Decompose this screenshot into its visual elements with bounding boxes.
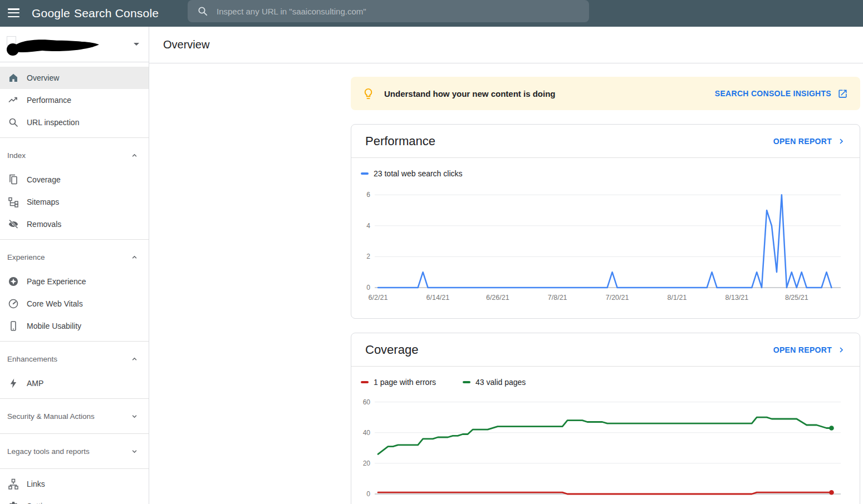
logo-google: Google (32, 7, 70, 19)
divider (0, 468, 149, 469)
redacted-property-name (3, 32, 109, 59)
svg-text:7/20/21: 7/20/21 (606, 294, 629, 302)
menu-icon[interactable] (8, 8, 19, 18)
chevron-right-icon (837, 345, 846, 354)
chevron-down-icon (130, 412, 139, 421)
property-selector[interactable] (0, 27, 149, 62)
sidebar-item-label: Sitemaps (27, 197, 59, 206)
search-icon (8, 117, 19, 128)
legend-label-clicks: 23 total web search clicks (374, 169, 463, 178)
links-icon (8, 478, 19, 490)
legend-marker-clicks (361, 172, 369, 175)
performance-card-header: Performance OPEN REPORT (351, 125, 860, 158)
open-coverage-report-button[interactable]: OPEN REPORT (773, 345, 846, 354)
logo-product: Search Console (74, 7, 159, 19)
svg-text:8/13/21: 8/13/21 (725, 294, 749, 302)
sidebar-item-label: Removals (27, 220, 61, 229)
svg-text:7/8/21: 7/8/21 (548, 294, 567, 302)
overview-content: Understand how your new content is doing… (149, 63, 863, 504)
sidebar-item-overview[interactable]: Overview (0, 67, 149, 89)
removals-icon (8, 219, 19, 230)
section-label: Security & Manual Actions (7, 412, 95, 421)
sidebar-item-label: Performance (27, 96, 71, 105)
divider (0, 137, 149, 138)
legend-label-errors: 1 page with errors (374, 378, 436, 387)
section-label: Index (7, 151, 26, 160)
svg-text:2: 2 (366, 253, 370, 260)
banner-message: Understand how your new content is doing (384, 89, 556, 98)
svg-text:6: 6 (366, 191, 370, 199)
sidebar-item-sitemaps[interactable]: Sitemaps (0, 191, 149, 213)
sidebar-section-index[interactable]: Index (0, 142, 149, 169)
search-console-insights-link[interactable]: SEARCH CONSOLE INSIGHTS (715, 88, 848, 99)
legend-label-valid: 43 valid pages (475, 378, 526, 387)
svg-text:40: 40 (363, 429, 371, 437)
sidebar-item-label: Core Web Vitals (27, 299, 83, 308)
main-area: Overview Understand how your new content… (149, 27, 863, 504)
url-inspect-input[interactable] (215, 6, 589, 17)
sidebar-item-coverage[interactable]: Coverage (0, 169, 149, 191)
sidebar-section-legacy-tools[interactable]: Legacy tools and reports (0, 438, 149, 465)
settings-icon (8, 501, 19, 504)
sidebar-item-label: AMP (27, 379, 43, 388)
sidebar-item-links[interactable]: Links (0, 473, 149, 495)
chevron-down-icon (130, 447, 139, 456)
svg-text:0: 0 (366, 284, 370, 291)
divider (0, 239, 149, 240)
sidebar-section-security-manual-actions[interactable]: Security & Manual Actions (0, 403, 149, 429)
core-web-vitals-icon (8, 298, 19, 309)
sidebar-item-label: Overview (27, 73, 59, 82)
open-performance-report-button[interactable]: OPEN REPORT (773, 137, 846, 146)
search-icon (197, 6, 208, 17)
url-inspect-searchbox[interactable] (188, 0, 589, 22)
sidebar-nav: Overview Performance URL inspection Inde… (0, 62, 149, 504)
sidebar-item-settings[interactable]: Settings (0, 495, 149, 504)
coverage-legend: 1 page with errors 43 valid pages (361, 378, 860, 387)
sidebar-item-page-experience[interactable]: Page Experience (0, 270, 149, 293)
section-label: Legacy tools and reports (7, 447, 90, 456)
sidebar-item-removals[interactable]: Removals (0, 213, 149, 235)
performance-card: Performance OPEN REPORT 23 total web sea… (351, 124, 860, 319)
svg-text:20: 20 (363, 459, 371, 467)
coverage-card: Coverage OPEN REPORT 1 page with errors … (351, 333, 860, 504)
section-label: Enhancements (7, 355, 57, 363)
svg-text:6/14/21: 6/14/21 (426, 294, 450, 302)
page-experience-icon (8, 276, 19, 287)
page-title: Overview (163, 38, 209, 51)
divider (0, 341, 149, 342)
coverage-icon (8, 174, 19, 185)
sidebar-item-amp[interactable]: AMP (0, 372, 149, 394)
performance-chart: 02466/2/216/14/216/26/217/8/217/20/218/1… (351, 185, 860, 304)
svg-text:60: 60 (363, 398, 371, 406)
caret-down-icon (134, 43, 139, 46)
sidebar: Overview Performance URL inspection Inde… (0, 27, 149, 504)
sidebar-item-label: Links (27, 480, 45, 488)
divider (0, 433, 149, 434)
sidebar-item-url-inspection[interactable]: URL inspection (0, 111, 149, 134)
svg-text:6/26/21: 6/26/21 (486, 294, 509, 302)
sidebar-item-core-web-vitals[interactable]: Core Web Vitals (0, 293, 149, 315)
app-logo: GoogleSearch Console (32, 0, 159, 27)
svg-text:6/2/21: 6/2/21 (369, 294, 388, 302)
svg-text:8/1/21: 8/1/21 (668, 294, 687, 302)
chevron-up-icon (130, 253, 139, 262)
sidebar-item-mobile-usability[interactable]: Mobile Usability (0, 315, 149, 337)
chevron-up-icon (130, 151, 139, 160)
topbar: GoogleSearch Console (0, 0, 863, 27)
page-header: Overview (149, 27, 863, 63)
lightbulb-icon (362, 87, 375, 100)
sidebar-item-performance[interactable]: Performance (0, 89, 149, 111)
sidebar-section-enhancements[interactable]: Enhancements (0, 345, 149, 372)
banner-link-label: SEARCH CONSOLE INSIGHTS (715, 89, 831, 98)
open-report-label: OPEN REPORT (773, 137, 832, 146)
coverage-card-header: Coverage OPEN REPORT (351, 333, 860, 367)
svg-text:4: 4 (366, 222, 370, 230)
performance-icon (8, 95, 19, 106)
sidebar-item-label: Settings (27, 502, 55, 504)
sidebar-section-experience[interactable]: Experience (0, 244, 149, 270)
google-search-console-app: GoogleSearch Console (0, 0, 863, 504)
open-report-label: OPEN REPORT (773, 345, 832, 354)
card-title: Coverage (365, 343, 418, 357)
mobile-usability-icon (8, 320, 19, 332)
chevron-right-icon (837, 137, 846, 146)
